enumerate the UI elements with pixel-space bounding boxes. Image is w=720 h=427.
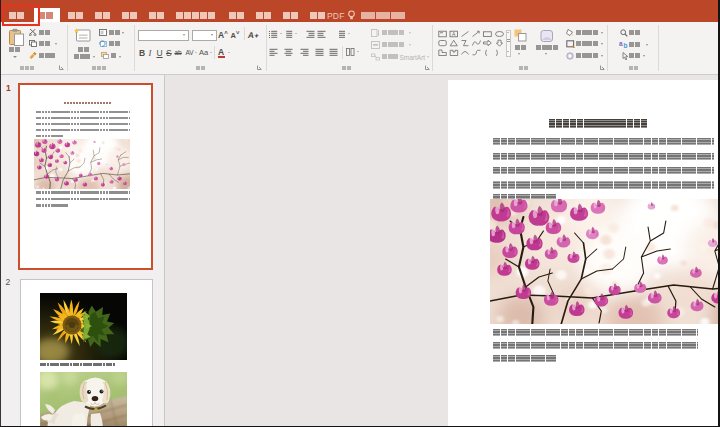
svg-text:A: A xyxy=(452,31,456,37)
svg-text:a: a xyxy=(619,40,623,47)
svg-text:b: b xyxy=(623,42,627,49)
